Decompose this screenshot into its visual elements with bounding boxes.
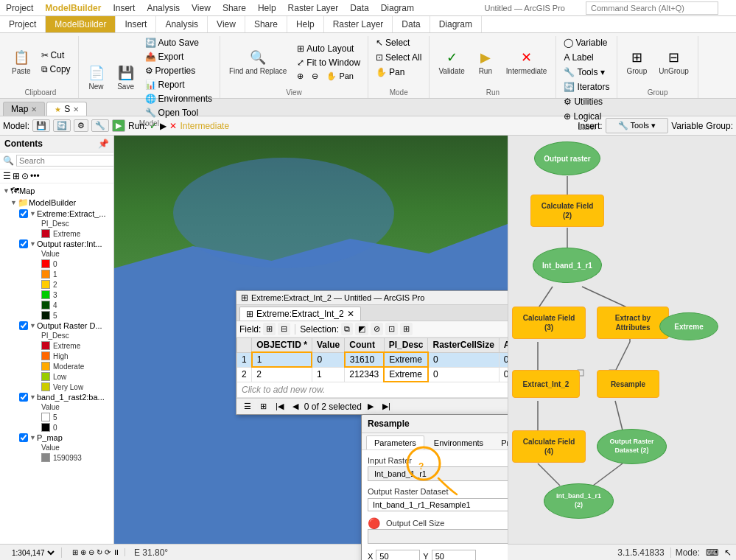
report-button[interactable]: 📊 Report: [142, 78, 215, 91]
mb-node-int-band-2[interactable]: Int_band_1_r1(2): [544, 483, 614, 519]
sel-btn-1[interactable]: ⧉: [341, 323, 353, 335]
mb-run-btn[interactable]: ▶: [112, 119, 125, 132]
sel-btn-3[interactable]: ⊘: [371, 323, 383, 335]
cut-button[interactable]: ✂ Cut: [38, 49, 74, 62]
checkbox-band[interactable]: [19, 393, 28, 402]
select-all-button[interactable]: ⊡ Select All: [373, 51, 424, 64]
tree-item-map[interactable]: ▼ 🗺 Map: [0, 185, 113, 197]
mb-node-calc-field-2[interactable]: Calculate Field(2): [530, 195, 604, 227]
tab-map-close[interactable]: ✕: [31, 105, 37, 113]
extent-btn[interactable]: ⊞: [72, 548, 78, 556]
table-row[interactable]: 2 2 1 212343 Extreme 0 0: [237, 367, 508, 382]
cell-areaclass[interactable]: 0: [499, 367, 508, 382]
scale-selector[interactable]: 1:304,147: [4, 547, 62, 558]
mb-tools-dropdown[interactable]: 🔧 Tools ▾: [606, 118, 669, 133]
mb-node-extract-by-attr[interactable]: Extract byAttributes: [597, 307, 669, 339]
cell-count[interactable]: 31610: [345, 352, 385, 367]
contents-pin-icon[interactable]: 📌: [98, 139, 109, 149]
mb-node-extreme[interactable]: Extreme: [659, 312, 718, 340]
mb-tool-btn[interactable]: 🔧: [91, 119, 109, 132]
checkbox-pmap[interactable]: [19, 433, 28, 442]
col-header-pidesc[interactable]: PI_Desc: [384, 338, 428, 353]
zoom-out-status-btn[interactable]: ⊖: [88, 548, 94, 556]
tab-analysis[interactable]: Analysis: [156, 16, 208, 32]
col-header-areaclass[interactable]: Area_Class: [499, 338, 508, 353]
table-row-new[interactable]: Click to add new row.: [237, 382, 508, 398]
modelbuilder-area[interactable]: Output raster Calculate Field(2) Int_ban…: [508, 136, 736, 560]
col-header-rastercellsize[interactable]: RasterCellSize: [428, 338, 499, 353]
mb-node-resample[interactable]: Resample: [597, 370, 659, 398]
fit-to-window-button[interactable]: ⤢ Fit to Window: [294, 56, 363, 69]
tab-diagram[interactable]: Diagram: [430, 16, 482, 32]
tab-help[interactable]: Help: [287, 16, 324, 32]
sel-btn-2[interactable]: ◩: [355, 323, 368, 335]
menu-view[interactable]: View: [192, 3, 211, 13]
tab-s-close[interactable]: ✕: [73, 105, 79, 113]
col-header-rownum[interactable]: [237, 338, 252, 353]
footer-nav-first[interactable]: |◀: [273, 400, 287, 413]
cell-areaclass[interactable]: 0: [499, 352, 508, 367]
properties-button[interactable]: ⚙ Properties: [142, 64, 215, 77]
tab-map[interactable]: Map ✕: [3, 102, 45, 116]
group-button[interactable]: ⊞ Group: [622, 46, 651, 78]
mb-refresh-btn[interactable]: 🔄: [53, 119, 71, 132]
more-icon[interactable]: •••: [30, 171, 40, 181]
paste-button[interactable]: 📋 Paste: [7, 46, 35, 78]
new-button[interactable]: 📄 New: [83, 62, 110, 94]
col-header-objectid[interactable]: OBJECTID *: [252, 338, 312, 353]
table-row[interactable]: 1 1 0 31610 Extreme 0 0: [237, 352, 508, 367]
sel-btn-4[interactable]: ⊡: [385, 323, 398, 335]
sel-btn-5[interactable]: ⊞: [400, 323, 413, 335]
save-button[interactable]: 💾 Save: [113, 62, 139, 94]
tab-raster-layer[interactable]: Raster Layer: [324, 16, 393, 32]
checkbox-extreme-extract[interactable]: [19, 209, 28, 218]
export-button[interactable]: 📤 Export: [142, 50, 215, 63]
output-cell-size-select[interactable]: [368, 529, 508, 544]
command-search[interactable]: [586, 1, 718, 15]
cell-objectid[interactable]: 2: [252, 367, 312, 382]
tools-button[interactable]: 🔧 Tools ▾: [561, 66, 607, 79]
filter-icon[interactable]: ⊙: [21, 171, 29, 181]
x-input[interactable]: [376, 550, 420, 560]
tab-s[interactable]: ★ S ✕: [46, 102, 87, 116]
menu-raster-layer[interactable]: Raster Layer: [288, 3, 339, 13]
cell-pidesc[interactable]: Extreme: [384, 352, 428, 367]
auto-save-button[interactable]: 🔄 Auto Save: [142, 36, 215, 49]
checkbox-output-raster-d[interactable]: [19, 321, 28, 330]
play-pause-btn[interactable]: ⏸: [113, 548, 120, 556]
cell-rastercellsize[interactable]: 0: [428, 352, 499, 367]
dialog-tab-properties[interactable]: Properties: [493, 435, 508, 449]
zoom-in-status-btn[interactable]: ⊕: [80, 548, 86, 556]
environments-button[interactable]: 🌐 Environments: [142, 92, 215, 105]
pan-button[interactable]: ✋ Pan: [323, 70, 357, 83]
validate-button[interactable]: ✓ Validate: [434, 46, 469, 78]
tab-insert[interactable]: Insert: [116, 16, 156, 32]
mode-pan-button[interactable]: ✋ Pan: [373, 66, 407, 79]
mb-node-extract-int2[interactable]: Extract_Int_2: [512, 370, 580, 398]
footer-table-btn[interactable]: ⊞: [257, 400, 270, 413]
mb-save-btn[interactable]: 💾: [32, 119, 50, 132]
footer-nav-prev[interactable]: ◀: [290, 400, 301, 413]
menu-share[interactable]: Share: [222, 3, 246, 13]
open-tool-button[interactable]: 🔧 Open Tool: [142, 106, 215, 119]
label-button[interactable]: A Label: [561, 51, 596, 64]
tree-item-modelbuilder[interactable]: ▼ 📁 ModelBuilder: [7, 197, 113, 209]
zoom-out-button[interactable]: ⊖: [309, 70, 321, 83]
contents-search-input[interactable]: [16, 155, 114, 167]
menu-modelbuilder[interactable]: ModelBuilder: [45, 3, 101, 13]
attr-tab-extract[interactable]: ⊞ Extreme:Extract_Int_2 ✕: [239, 307, 361, 321]
footer-list-btn[interactable]: ☰: [241, 400, 254, 413]
cell-rastercellsize[interactable]: 0: [428, 367, 499, 382]
mb-node-calc-field-3[interactable]: Calculate Field(3): [512, 307, 586, 339]
cell-pidesc[interactable]: Extreme: [384, 367, 428, 382]
cursor-btn[interactable]: ↖: [724, 547, 732, 558]
keyboard-btn[interactable]: ⌨: [706, 547, 718, 558]
iterators-button[interactable]: 🔄 Iterators: [561, 80, 612, 94]
ungroup-button[interactable]: ⊟ UnGroup: [654, 46, 693, 78]
tree-item-band[interactable]: ▼ band_1_rast2:ba...: [16, 392, 113, 402]
scale-select[interactable]: 1:304,147: [9, 548, 57, 558]
list-view-icon[interactable]: ☰: [3, 171, 11, 181]
tab-share[interactable]: Share: [245, 16, 287, 32]
cell-count[interactable]: 212343: [345, 367, 385, 382]
tree-item-output-raster[interactable]: ▼ Output raster:Int...: [16, 239, 113, 249]
